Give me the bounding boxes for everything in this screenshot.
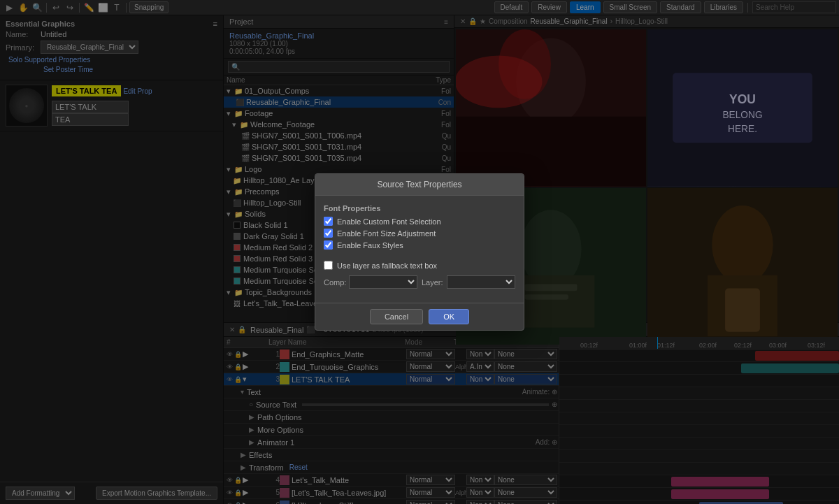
comp-row: Comp: Layer: [324,275,515,289]
font-properties-section: Font Properties [324,204,515,213]
checkbox-row-1: Enable Custom Font Selection [324,217,515,226]
dialog-title: Source Text Properties [315,174,524,196]
cancel-button[interactable]: Cancel [370,309,423,324]
comp-label: Comp: [324,278,345,287]
dialog-spacer [324,252,515,258]
checkbox-fallback-label: Use layer as fallback text box [337,261,437,270]
layer-select[interactable] [447,275,515,289]
checkbox-custom-font[interactable] [324,217,333,226]
ok-button[interactable]: OK [429,309,469,324]
checkbox-row-2: Enable Font Size Adjustment [324,229,515,238]
checkbox-row-4: Use layer as fallback text box [324,261,515,270]
checkbox-fallback-textbox[interactable] [324,261,333,270]
checkbox-font-size[interactable] [324,229,333,238]
checkbox-faux-styles[interactable] [324,240,333,250]
comp-select[interactable] [349,275,417,289]
dialog-footer: Cancel OK [315,303,524,330]
checkbox-faux-styles-label: Enable Faux Styles [337,241,403,250]
checkbox-custom-font-label: Enable Custom Font Selection [337,217,441,226]
layer-label: Layer: [422,278,443,287]
checkbox-row-3: Enable Faux Styles [324,240,515,250]
dialog-body: Font Properties Enable Custom Font Selec… [315,196,524,303]
dialog-overlay: Source Text Properties Font Properties E… [0,0,839,504]
checkbox-font-size-label: Enable Font Size Adjustment [337,229,436,238]
source-text-properties-dialog: Source Text Properties Font Properties E… [315,173,524,331]
